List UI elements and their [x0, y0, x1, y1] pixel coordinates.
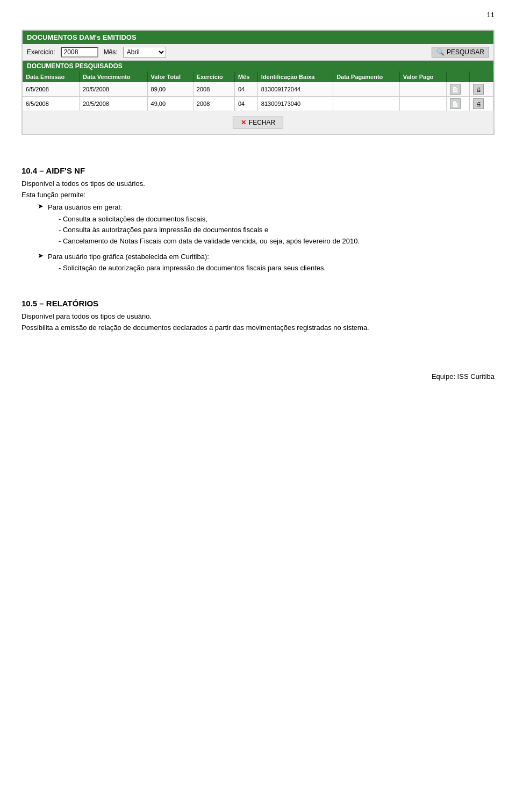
cell-data-pagamento	[333, 97, 400, 111]
col-exercicio: Exercício	[193, 71, 234, 82]
print-icon[interactable]: 🖨	[473, 84, 484, 95]
cell-valor-pago	[399, 97, 446, 111]
section-105-title: 10.5 – RELATÓRIOS	[22, 299, 494, 308]
bullet-section-grafica: ➤ Para usuário tipo gráfica (estabelecid…	[38, 251, 494, 274]
cell-data-pagamento	[333, 82, 400, 97]
doc-icon[interactable]: 📄	[450, 98, 461, 109]
col-identificacao-baixa: Identificação Baixa	[257, 71, 333, 82]
dash-list-general: - Consulta a solicitações de documentos …	[59, 214, 360, 247]
col-mes: Mês	[234, 71, 257, 82]
dash-item-2: - Consulta às autorizações para impressã…	[59, 225, 360, 236]
cell-valor-total: 49,00	[147, 97, 193, 111]
sub-header: DOCUMENTOS PESQUISADOS	[23, 61, 493, 71]
section-104-title: 10.4 – AIDF'S NF	[22, 166, 494, 175]
bullet-item-grafica: ➤ Para usuário tipo gráfica (estabelecid…	[38, 251, 494, 274]
bullet-text-grafica: Para usuário tipo gráfica (estabelecida …	[48, 251, 326, 274]
doc-icon[interactable]: 📄	[450, 84, 461, 95]
col-valor-pago: Valor Pago	[399, 71, 446, 82]
table-header-row: Data Emissão Data Vencimento Valor Total…	[23, 71, 493, 82]
close-x-icon: ✕	[241, 119, 246, 126]
exercicio-input[interactable]	[61, 47, 98, 58]
exercicio-label: Exercício:	[27, 48, 55, 56]
cell-mes: 04	[234, 97, 257, 111]
col-data-vencimento: Data Vencimento	[79, 71, 147, 82]
footer-text: Equipe: ISS Curitiba	[432, 372, 494, 380]
dash-list-grafica: - Solicitação de autorização para impres…	[59, 263, 326, 274]
para-usuarios-label: Para usuários em geral:	[48, 203, 122, 211]
cell-data-vencimento: 20/5/2008	[79, 82, 147, 97]
panel-title: DOCUMENTOS DAM's EMITIDOS	[27, 33, 137, 41]
cell-exercicio: 2008	[193, 82, 234, 97]
filter-row: Exercício: Mês: Abril 🔍 PESQUISAR	[23, 44, 493, 61]
cell-action-print[interactable]: 🖨	[470, 97, 493, 111]
panel-title-bar: DOCUMENTOS DAM's EMITIDOS	[23, 31, 493, 44]
dash-item-1: - Consulta a solicitações de documentos …	[59, 214, 360, 225]
bullet-text-general: Para usuários em geral: - Consulta a sol…	[48, 202, 360, 247]
col-action2	[470, 71, 493, 82]
cell-valor-pago	[399, 82, 446, 97]
cell-identificacao-baixa: 813009173040	[257, 97, 333, 111]
table-row: 6/5/2008 20/5/2008 49,00 2008 04 8130091…	[23, 97, 493, 111]
section-105: 10.5 – RELATÓRIOS Disponível para todos …	[22, 284, 494, 340]
pesquisar-button[interactable]: 🔍 PESQUISAR	[432, 47, 489, 58]
cell-data-emissao: 6/5/2008	[23, 82, 79, 97]
mes-label: Mês:	[104, 48, 118, 56]
data-table: Data Emissão Data Vencimento Valor Total…	[23, 71, 493, 111]
section-105-text1: Disponível para todos os tipos de usuári…	[22, 312, 494, 320]
close-button-row: ✕ FECHAR	[23, 111, 493, 134]
close-label: FECHAR	[249, 119, 275, 126]
para-grafica-label: Para usuário tipo gráfica (estabelecida …	[48, 253, 209, 261]
col-data-pagamento: Data Pagamento	[333, 71, 400, 82]
cell-action-doc[interactable]: 📄	[446, 82, 470, 97]
col-valor-total: Valor Total	[147, 71, 193, 82]
section-104-subtitle: Disponível a todos os tipos de usuários.	[22, 179, 494, 188]
print-icon[interactable]: 🖨	[473, 98, 484, 109]
col-data-emissao: Data Emissão	[23, 71, 79, 82]
mes-select[interactable]: Abril	[123, 47, 166, 58]
arrow-bullet-icon-2: ➤	[38, 251, 44, 260]
cell-data-emissao: 6/5/2008	[23, 97, 79, 111]
cell-valor-total: 89,00	[147, 82, 193, 97]
cell-action-print[interactable]: 🖨	[470, 82, 493, 97]
cell-mes: 04	[234, 82, 257, 97]
esta-funcao-label: Esta função permite:	[22, 191, 494, 199]
pesquisar-label: PESQUISAR	[447, 48, 484, 56]
table-row: 6/5/2008 20/5/2008 89,00 2008 04 8130091…	[23, 82, 493, 97]
section-105-text2: Possibilita a emissão de relação de docu…	[22, 324, 494, 332]
cell-data-vencimento: 20/5/2008	[79, 97, 147, 111]
close-button[interactable]: ✕ FECHAR	[233, 117, 283, 128]
bullet-item-general: ➤ Para usuários em geral: - Consulta a s…	[38, 202, 494, 247]
cell-identificacao-baixa: 813009172044	[257, 82, 333, 97]
section-104: 10.4 – AIDF'S NF Disponível a todos os t…	[22, 151, 494, 284]
col-action1	[446, 71, 470, 82]
arrow-bullet-icon: ➤	[38, 202, 44, 210]
dash-item-grafica-1: - Solicitação de autorização para impres…	[59, 263, 326, 274]
search-icon: 🔍	[436, 48, 445, 56]
page-number: 11	[22, 11, 494, 19]
cell-exercicio: 2008	[193, 97, 234, 111]
bullet-section-general: ➤ Para usuários em geral: - Consulta a s…	[38, 202, 494, 247]
dash-item-3: - Cancelamento de Notas Fiscais com data…	[59, 236, 360, 247]
footer: Equipe: ISS Curitiba	[22, 372, 494, 380]
screenshot-panel: DOCUMENTOS DAM's EMITIDOS Exercício: Mês…	[22, 30, 494, 135]
cell-action-doc[interactable]: 📄	[446, 97, 470, 111]
